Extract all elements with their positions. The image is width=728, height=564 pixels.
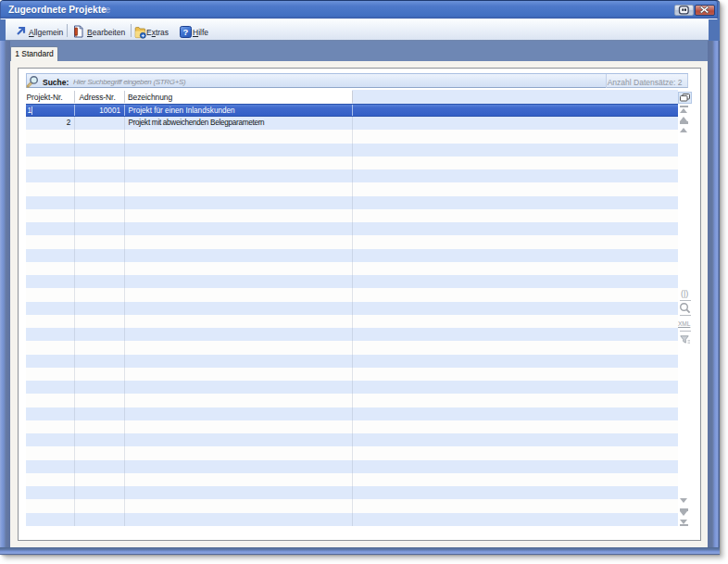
svg-text:?: ? <box>183 27 189 37</box>
